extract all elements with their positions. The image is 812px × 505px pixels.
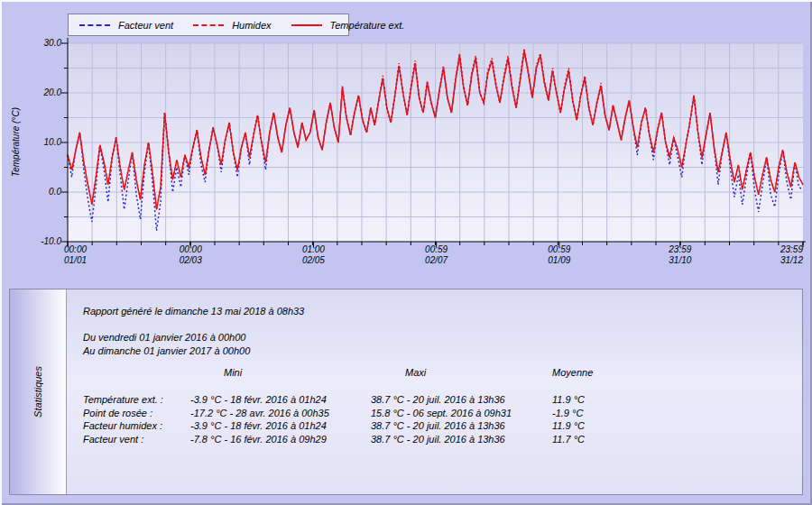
period-from-line: Du vendredi 01 janvier 2016 à 00h00	[83, 332, 245, 343]
legend-item-humidex: Humidex	[193, 20, 271, 31]
statistics-panel: Statistiques Rapport généré le dimanche …	[9, 289, 803, 495]
y-tick-label: 0.0	[20, 187, 61, 197]
stat-row: Facteur vent :-7.8 °C - 16 févr. 2016 à …	[67, 434, 802, 446]
chart-legend: Facteur ventHumidexTempérature ext.	[68, 14, 349, 36]
stat-row-label: Température ext. :	[83, 394, 163, 405]
stat-row-label: Facteur humidex :	[83, 420, 162, 431]
stat-moyenne-value: 11.7 °C	[552, 434, 585, 445]
x-tick-label: 00:5902/07	[411, 244, 462, 266]
weather-report-window: Facteur ventHumidexTempérature ext. Temp…	[0, 0, 812, 505]
stat-moyenne-value: 11.9 °C	[552, 420, 585, 431]
x-tick-label: 00:0002/03	[165, 244, 216, 266]
stat-maxi-value: 38.7 °C - 20 juil. 2016 à 13h36	[371, 434, 505, 445]
stat-maxi-value: 15.8 °C - 06 sept. 2016 à 09h31	[371, 408, 512, 418]
stat-mini-value: -7.8 °C - 16 févr. 2016 à 09h29	[190, 434, 327, 445]
statistics-sidebar-label: Statistiques	[32, 366, 43, 418]
y-tick-label: 10.0	[20, 137, 61, 148]
legend-item-temp-rature-ext-: Température ext.	[291, 20, 405, 31]
x-tick-label: 00:0001/01	[64, 244, 87, 266]
legend-label: Humidex	[232, 20, 271, 31]
statistics-sidebar: Statistiques	[10, 289, 67, 494]
temperature-line-chart	[0, 0, 812, 281]
stat-maxi-value: 38.7 °C - 20 juil. 2016 à 13h36	[371, 420, 505, 431]
legend-label: Facteur vent	[118, 20, 173, 31]
stat-row-label: Facteur vent :	[83, 434, 143, 445]
legend-label: Température ext.	[330, 20, 405, 31]
stat-row: Point de rosée :-17.2 °C - 28 avr. 2016 …	[67, 408, 802, 420]
column-header-moyenne: Moyenne	[552, 367, 593, 378]
y-tick-label: 20.0	[20, 87, 61, 98]
stat-moyenne-value: 11.9 °C	[552, 394, 585, 405]
stat-mini-value: -3.9 °C - 18 févr. 2016 à 01h24	[190, 420, 327, 431]
stat-row-label: Point de rosée :	[83, 408, 152, 418]
report-generated-line: Rapport généré le dimanche 13 mai 2018 à…	[83, 306, 304, 317]
period-to-line: Au dimanche 01 janvier 2017 à 00h00	[83, 345, 250, 356]
x-tick-label: 01:0002/05	[288, 244, 338, 266]
y-tick-label: -10.0	[20, 236, 61, 247]
stat-row: Température ext. :-3.9 °C - 18 févr. 201…	[67, 394, 802, 407]
stat-mini-value: -17.2 °C - 28 avr. 2016 à 00h35	[190, 408, 329, 418]
x-tick-label: 00:5901/09	[534, 244, 585, 266]
legend-swatch	[193, 24, 224, 26]
y-tick-label: 30.0	[20, 38, 61, 49]
legend-swatch	[291, 24, 322, 26]
legend-swatch	[79, 24, 110, 26]
x-tick-label: 23:5931/12	[752, 244, 803, 266]
x-tick-label: 23:5931/10	[655, 244, 706, 266]
column-header-mini: Mini	[224, 367, 242, 378]
temperature-chart-section: Facteur ventHumidexTempérature ext. Temp…	[0, 0, 812, 281]
column-header-maxi: Maxi	[405, 367, 426, 378]
statistics-body: Rapport généré le dimanche 13 mai 2018 à…	[67, 289, 802, 494]
stat-row: Facteur humidex :-3.9 °C - 18 févr. 2016…	[67, 420, 802, 433]
stat-maxi-value: 38.7 °C - 20 juil. 2016 à 13h36	[371, 394, 505, 405]
grid-lines	[68, 43, 803, 242]
legend-item-facteur-vent: Facteur vent	[79, 20, 173, 31]
stat-moyenne-value: -1.9 °C	[552, 408, 583, 418]
stat-mini-value: -3.9 °C - 18 févr. 2016 à 01h24	[190, 394, 327, 405]
